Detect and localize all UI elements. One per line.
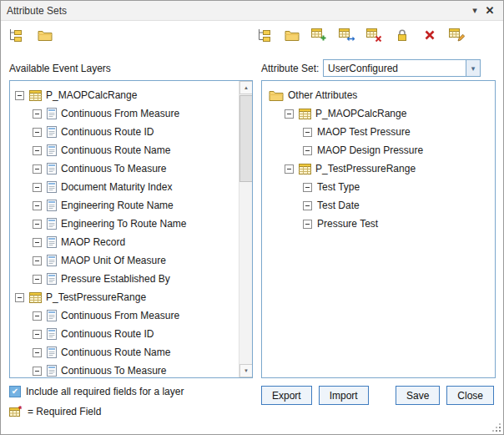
tree-item-label: P_MAOPCalcRange bbox=[46, 89, 137, 101]
tree-item[interactable]: Continuous Route Name bbox=[10, 343, 239, 362]
collapse-box-icon[interactable] bbox=[303, 220, 312, 229]
table-plus-icon bbox=[311, 28, 327, 42]
collapse-box-icon[interactable] bbox=[33, 164, 42, 174]
import-table-icon[interactable] bbox=[339, 26, 359, 44]
tree-item[interactable]: Continuous Route Name bbox=[10, 141, 239, 159]
titlebar: Attribute Sets ▾ ✕ bbox=[1, 1, 503, 21]
tree-item[interactable]: Continuous From Measure bbox=[10, 306, 239, 325]
table-icon bbox=[29, 292, 42, 303]
collapse-box-icon[interactable] bbox=[303, 128, 312, 137]
collapse-box-icon[interactable] bbox=[33, 220, 42, 229]
tree-item[interactable]: MAOP Record bbox=[10, 233, 239, 251]
collapse-box-icon[interactable] bbox=[285, 109, 294, 119]
export-button[interactable]: Export bbox=[261, 386, 312, 405]
collapse-box-icon[interactable] bbox=[285, 164, 294, 174]
tree-item[interactable]: Test Date bbox=[262, 196, 495, 215]
tree-item[interactable]: MAOP Unit Of Measure bbox=[10, 251, 239, 270]
tree-item[interactable]: Other Attributes bbox=[262, 86, 495, 104]
document-icon bbox=[47, 126, 57, 138]
close-icon[interactable]: ✕ bbox=[482, 3, 497, 18]
attribute-set-value: UserConfigured bbox=[324, 63, 466, 74]
available-event-layers-label: Available Event Layers bbox=[9, 63, 111, 74]
tree-item-label: Continuous From Measure bbox=[61, 310, 179, 321]
collapse-box-icon[interactable] bbox=[303, 201, 312, 210]
resize-grip-icon[interactable] bbox=[491, 422, 501, 432]
window-menu-icon[interactable]: ▾ bbox=[467, 3, 482, 18]
document-icon bbox=[47, 181, 57, 193]
scroll-thumb[interactable] bbox=[239, 95, 253, 182]
collapse-box-icon[interactable] bbox=[33, 146, 42, 155]
collapse-box-icon[interactable] bbox=[33, 348, 42, 357]
document-icon bbox=[47, 365, 57, 377]
tree-item-label: Engineering Route Name bbox=[61, 200, 174, 211]
tree-item-label: Continuous Route ID bbox=[61, 126, 154, 138]
close-button[interactable]: Close bbox=[446, 386, 494, 405]
tree-item[interactable]: Pressure Established By bbox=[10, 270, 239, 288]
include-required-checkbox[interactable]: ✔ bbox=[9, 386, 21, 397]
tree-item[interactable]: Document Maturity Index bbox=[10, 178, 239, 196]
import-button[interactable]: Import bbox=[319, 386, 369, 405]
collapse-box-icon[interactable] bbox=[15, 293, 24, 302]
collapse-box-icon[interactable] bbox=[303, 146, 312, 155]
collapse-box-icon[interactable] bbox=[33, 256, 42, 266]
tree-item-label: Continuous Route Name bbox=[61, 346, 170, 358]
tree-item[interactable]: P_MAOPCalcRange bbox=[10, 86, 239, 104]
scroll-up-icon[interactable]: ▲ bbox=[239, 81, 253, 94]
tree-item[interactable]: Pressure Test bbox=[262, 215, 495, 233]
folder-icon bbox=[285, 29, 300, 42]
tree-item[interactable]: Continuous To Measure bbox=[10, 159, 239, 178]
left-panel-scrollbar[interactable]: ▲ ▼ bbox=[239, 81, 252, 377]
save-button[interactable]: Save bbox=[396, 386, 440, 405]
tree-item[interactable]: MAOP Test Pressure bbox=[262, 123, 495, 141]
tree-item[interactable]: P_TestPressureRange bbox=[10, 288, 239, 306]
attribute-set-dropdown[interactable]: UserConfigured ▾ bbox=[323, 59, 481, 77]
chevron-down-icon[interactable]: ▾ bbox=[466, 60, 480, 76]
new-event-layer-icon[interactable] bbox=[8, 26, 28, 44]
remove-table-icon[interactable] bbox=[366, 26, 386, 44]
tree-item[interactable]: Test Type bbox=[262, 178, 495, 196]
collapse-box-icon[interactable] bbox=[33, 201, 42, 210]
tree-item[interactable]: Engineering Route Name bbox=[10, 196, 239, 215]
tree-item[interactable]: Continuous Route ID bbox=[10, 325, 239, 343]
tree-item[interactable]: MAOP Design Pressure bbox=[262, 141, 495, 159]
tree-item[interactable]: P_MAOPCalcRange bbox=[262, 104, 495, 123]
tree-item[interactable]: Continuous Route ID bbox=[10, 123, 239, 141]
edit-table-icon[interactable] bbox=[449, 26, 469, 44]
tree-item-label: P_MAOPCalcRange bbox=[315, 108, 406, 119]
document-icon bbox=[47, 108, 57, 119]
lock-table-icon[interactable] bbox=[394, 26, 414, 44]
table-x-icon bbox=[366, 28, 382, 42]
open-attribute-set-icon[interactable] bbox=[284, 26, 304, 44]
tree-item[interactable]: Engineering To Route Name bbox=[10, 215, 239, 233]
available-layers-panel: P_MAOPCalcRangeContinuous From MeasureCo… bbox=[9, 80, 253, 378]
collapse-box-icon[interactable] bbox=[33, 128, 42, 137]
collapse-box-icon[interactable] bbox=[33, 275, 42, 284]
attribute-set-panel: Other AttributesP_MAOPCalcRangeMAOP Test… bbox=[261, 80, 496, 378]
tree-item[interactable]: P_TestPressureRange bbox=[262, 159, 495, 178]
collapse-box-icon[interactable] bbox=[33, 109, 42, 119]
collapse-box-icon[interactable] bbox=[15, 91, 24, 100]
new-attribute-set-icon[interactable] bbox=[256, 26, 276, 44]
collapse-box-icon[interactable] bbox=[303, 183, 312, 192]
tree-item[interactable]: Continuous From Measure bbox=[10, 104, 239, 123]
table-edit-icon bbox=[449, 28, 465, 42]
tree-item-label: Document Maturity Index bbox=[61, 181, 172, 193]
collapse-box-icon[interactable] bbox=[33, 330, 42, 339]
collapse-box-icon[interactable] bbox=[33, 311, 42, 321]
toolbar-right-group bbox=[256, 26, 469, 44]
document-icon bbox=[47, 346, 57, 358]
delete-attribute-set-icon[interactable] bbox=[421, 26, 441, 44]
open-folder-icon[interactable] bbox=[37, 26, 57, 44]
add-table-icon[interactable] bbox=[311, 26, 331, 44]
collapse-box-icon[interactable] bbox=[33, 183, 42, 192]
collapse-box-icon[interactable] bbox=[33, 367, 42, 376]
scroll-down-icon[interactable]: ▼ bbox=[239, 364, 253, 377]
collapse-box-icon[interactable] bbox=[33, 238, 42, 247]
tree-item-label: Continuous From Measure bbox=[61, 108, 179, 119]
tree-item[interactable]: Continuous To Measure bbox=[10, 362, 239, 377]
document-icon bbox=[47, 163, 57, 175]
required-field-icon: * bbox=[9, 406, 23, 417]
tree-item-label: Pressure Test bbox=[317, 218, 378, 230]
toolbar-left-group bbox=[8, 26, 57, 44]
tree-item-label: Other Attributes bbox=[288, 89, 357, 101]
